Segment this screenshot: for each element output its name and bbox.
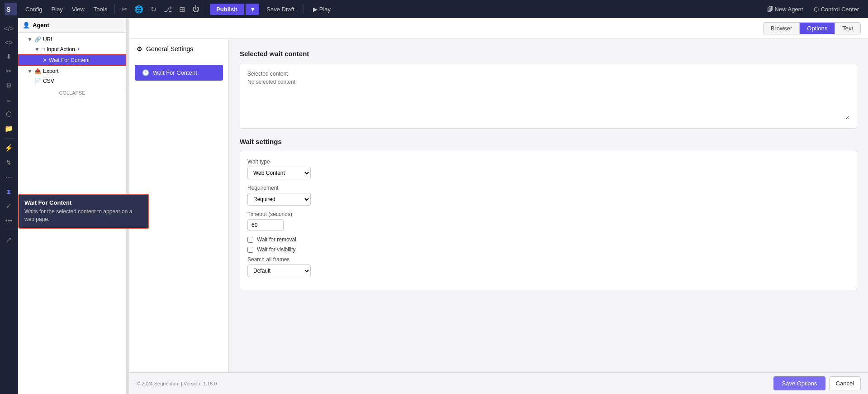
sidebar-settings-icon[interactable]: ⚙	[1, 79, 17, 92]
footer-actions: Save Options Cancel	[773, 376, 861, 390]
url-link-icon: 🔗	[34, 36, 41, 43]
sidebar-code-icon[interactable]: </>	[1, 22, 17, 35]
svg-text:S: S	[6, 6, 10, 13]
cancel-button[interactable]: Cancel	[829, 376, 861, 390]
sidebar-folder-icon[interactable]: 📁	[1, 122, 17, 135]
requirement-select[interactable]: Required Optional	[247, 193, 311, 206]
tree-item-url[interactable]: ▼ 🔗 URL	[18, 34, 126, 44]
timeout-input[interactable]	[247, 219, 284, 231]
input-action-dot: •	[78, 46, 80, 53]
scissors-icon[interactable]: ✂	[119, 3, 130, 15]
sidebar-separator-2	[4, 230, 14, 230]
timeout-label: Timeout (seconds)	[247, 211, 849, 217]
wait-visibility-row: Wait for visibility	[247, 246, 849, 253]
selected-content-textarea[interactable]	[247, 79, 849, 120]
general-settings-label: General Settings	[146, 45, 193, 53]
sidebar-bolt-icon[interactable]: ↯	[1, 156, 17, 169]
save-draft-button[interactable]: Save Draft	[261, 4, 299, 15]
wait-settings-box: Wait type Web Content DOM Content Networ…	[240, 151, 857, 290]
export-icon: 📤	[34, 68, 41, 74]
footer-copyright: © 2024 Sequentum | Version: 1.16.0	[137, 381, 217, 386]
control-center-button[interactable]: ⬡ Control Center	[809, 4, 863, 15]
sidebar-export-icon[interactable]: ↗	[1, 233, 17, 246]
play-triangle-icon: ▶	[313, 6, 318, 13]
csv-label: CSV	[43, 78, 54, 84]
play-menu[interactable]: Play	[48, 4, 66, 14]
wait-type-select[interactable]: Web Content DOM Content Network Idle	[247, 167, 311, 179]
sidebar-check-icon[interactable]: ✓	[1, 199, 17, 213]
layout-icon[interactable]: ⊞	[176, 3, 188, 15]
wait-for-content-button[interactable]: 🕐 Wait For Content	[135, 65, 223, 81]
search-frames-select[interactable]: Default All Main	[247, 264, 311, 277]
icon-sidebar: </> <> ⬇ ✂ ⚙ ≡ ⬡ 📁 ⚡ ↯ ⋯ ⧗ ✓ ••• ↗	[0, 18, 18, 394]
nav-separator-2	[206, 5, 206, 14]
wait-removal-row: Wait for removal	[247, 236, 849, 243]
browser-tab[interactable]: Browser	[764, 23, 800, 34]
sidebar-cut-icon[interactable]: ✂	[1, 64, 17, 78]
tree-item-csv[interactable]: 📄 CSV	[18, 76, 126, 86]
refresh-icon[interactable]: ↻	[148, 3, 159, 15]
wait-type-label: Wait type	[247, 159, 849, 165]
play-button[interactable]: ▶ Play	[308, 4, 336, 15]
requirement-row: Requirement Required Optional	[247, 185, 849, 206]
tooltip-box: Wait For Content Waits for the selected …	[18, 194, 149, 229]
publish-dropdown-button[interactable]: ▼	[246, 4, 259, 15]
selected-wait-content-title: Selected wait content	[240, 50, 857, 58]
agent-label: Agent	[33, 22, 49, 29]
footer-bar: © 2024 Sequentum | Version: 1.16.0 Save …	[129, 372, 868, 394]
globe-icon[interactable]: 🌐	[132, 3, 146, 15]
control-center-icon: ⬡	[814, 6, 819, 13]
branch-icon[interactable]: ⎇	[161, 3, 175, 15]
selected-content-box: Selected content	[240, 63, 857, 129]
sidebar-nodes-icon[interactable]: ⬡	[1, 107, 17, 121]
view-menu[interactable]: View	[68, 4, 88, 14]
wait-visibility-label: Wait for visibility	[257, 246, 296, 253]
search-frames-row: Search all frames Default All Main	[247, 256, 849, 277]
url-expand-icon: ▼	[27, 36, 33, 43]
input-action-label: Input Action	[47, 46, 75, 53]
sidebar-timer-icon[interactable]: ⧗	[1, 185, 17, 198]
publish-button[interactable]: Publish	[210, 4, 244, 15]
tree-item-wait-for-content[interactable]: ✕ Wait For Content	[18, 54, 126, 66]
requirement-label: Requirement	[247, 185, 849, 191]
top-navigation: S Config Play View Tools ✂ 🌐 ↻ ⎇ ⊞ ⏻ Pub…	[0, 0, 868, 18]
new-agent-icon: 🗐	[767, 6, 773, 13]
sidebar-dots-icon[interactable]: ⋯	[1, 170, 17, 184]
clock-icon: 🕐	[142, 69, 149, 76]
wait-visibility-checkbox[interactable]	[247, 247, 253, 253]
content-body: ⚙ General Settings 🕐 Wait For Content Se…	[129, 39, 868, 372]
tooltip-description: Waits for the selected content to appear…	[24, 208, 143, 223]
selected-content-label: Selected content	[247, 71, 849, 77]
sidebar-tag-icon[interactable]: <>	[1, 36, 17, 49]
new-agent-button[interactable]: 🗐 New Agent	[763, 4, 808, 15]
tree-item-input-action[interactable]: ▼ □ Input Action •	[18, 44, 126, 54]
text-tab[interactable]: Text	[835, 23, 860, 34]
csv-icon: 📄	[34, 78, 41, 84]
input-action-icon: □	[42, 46, 45, 53]
sidebar-more-icon[interactable]: •••	[1, 214, 17, 227]
wait-removal-label: Wait for removal	[257, 236, 296, 243]
wait-settings-title: Wait settings	[240, 138, 857, 145]
options-tab[interactable]: Options	[800, 23, 835, 34]
power-icon[interactable]: ⏻	[190, 3, 202, 15]
general-settings-header: ⚙ General Settings	[129, 39, 228, 59]
wait-for-content-btn-label: Wait For Content	[153, 69, 197, 76]
tools-menu[interactable]: Tools	[90, 4, 111, 14]
tree-item-export[interactable]: ▼ 📤 Export	[18, 66, 126, 76]
tree-collapse-button[interactable]: COLLAPSE	[18, 88, 126, 97]
sidebar-download-icon[interactable]: ⬇	[1, 50, 17, 63]
input-action-expand-icon: ▼	[34, 46, 40, 53]
sidebar-list-icon[interactable]: ≡	[1, 93, 17, 106]
tree-header: 👤 Agent	[18, 18, 126, 33]
agent-icon: 👤	[23, 22, 30, 29]
tab-bar: Browser Options Text	[129, 18, 868, 39]
sidebar-separator-1	[4, 138, 14, 139]
gear-icon: ⚙	[137, 45, 142, 53]
wait-content-icon: ✕	[43, 57, 47, 63]
wait-removal-checkbox[interactable]	[247, 237, 253, 243]
timeout-row: Timeout (seconds)	[247, 211, 849, 231]
save-options-button[interactable]: Save Options	[773, 376, 825, 390]
sidebar-lightning-icon[interactable]: ⚡	[1, 141, 17, 155]
export-label: Export	[43, 68, 59, 74]
config-menu[interactable]: Config	[22, 4, 46, 14]
